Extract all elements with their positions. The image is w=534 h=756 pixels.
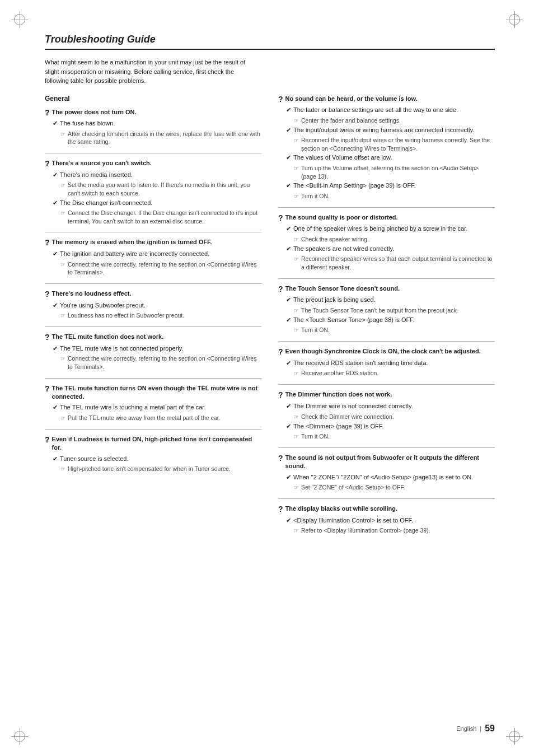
- cause-text: The values of Volume offset are low.: [293, 153, 392, 162]
- divider: [45, 326, 261, 327]
- problem-subwoofer-header: ? The sound is not output from Subwoofer…: [278, 454, 495, 471]
- checkmark-icon: ✔: [286, 245, 291, 253]
- remedy-arrow-icon: ☞: [60, 354, 65, 363]
- checkmark-icon: ✔: [53, 344, 58, 353]
- problem-tel-mute-title: The TEL mute function does not work.: [52, 333, 164, 341]
- remedy-arrow-icon: ☞: [294, 432, 299, 441]
- problem-dimmer: ? The Dimmer function does not work. ✔ T…: [278, 390, 495, 441]
- divider: [278, 207, 495, 208]
- page: Troubleshooting Guide What might seem to…: [0, 0, 534, 756]
- problem-subwoofer: ? The sound is not output from Subwoofer…: [278, 454, 495, 492]
- cause-text: The <Dimmer> (page 39) is OFF.: [293, 422, 383, 431]
- remedy-arrow-icon: ☞: [294, 116, 299, 125]
- q-mark: ?: [278, 284, 283, 294]
- checkmark-icon: ✔: [53, 199, 58, 207]
- problem-memory-title: The memory is erased when the ignition i…: [52, 238, 212, 246]
- footer-lang: English: [456, 725, 476, 732]
- checkmark-icon: ✔: [286, 473, 291, 482]
- remedy-item: ☞ Turn up the Volume offset, referring t…: [294, 164, 495, 180]
- cause-item: ✔ When "2 ZONE"/ "2ZON" of <Audio Setup>…: [286, 473, 495, 482]
- remedy-arrow-icon: ☞: [294, 526, 299, 535]
- cause-item: ✔ The values of Volume offset are low.: [286, 153, 495, 162]
- cause-item: ✔ The TEL mute wire is touching a metal …: [53, 403, 261, 412]
- problem-tel-mute-on-title: The TEL mute function turns ON even thou…: [52, 384, 261, 402]
- reg-mark-bl: [11, 728, 28, 745]
- q-mark: ?: [45, 108, 50, 118]
- divider: [45, 283, 261, 284]
- problem-sync-clock: ? Even though Synchronize Clock is ON, t…: [278, 347, 495, 377]
- remedy-item: ☞ Pull the TEL mute wire away from the m…: [60, 414, 261, 422]
- checkmark-icon: ✔: [286, 402, 291, 410]
- cause-text: The ignition and battery wire are incorr…: [60, 250, 209, 258]
- remedy-item: ☞ Check the speaker wiring.: [294, 235, 495, 244]
- q-mark: ?: [278, 213, 283, 223]
- problem-touch-sensor-title: The Touch Sensor Tone doesn't sound.: [285, 284, 400, 293]
- remedy-text: High-pitched tone isn't compensated for …: [68, 465, 231, 473]
- problem-display-blackout-title: The display blacks out while scrolling.: [285, 505, 398, 513]
- checkmark-icon: ✔: [286, 316, 291, 324]
- cause-item: ✔ The <Dimmer> (page 39) is OFF.: [286, 422, 495, 431]
- remedy-item: ☞ Reconnect the speaker wires so that ea…: [294, 255, 495, 271]
- remedy-text: Receive another RDS station.: [301, 369, 378, 377]
- cause-item: ✔ You're using Subwoofer preout.: [53, 301, 261, 310]
- cause-item: ✔ The fuse has blown.: [53, 119, 261, 128]
- remedy-arrow-icon: ☞: [294, 235, 299, 244]
- checkmark-icon: ✔: [286, 225, 291, 233]
- divider: [278, 341, 495, 342]
- cause-item: ✔ The input/output wires or wiring harne…: [286, 126, 495, 134]
- q-mark: ?: [45, 333, 50, 342]
- remedy-text: Pull the TEL mute wire away from the met…: [68, 414, 221, 422]
- problem-dimmer-header: ? The Dimmer function does not work.: [278, 390, 495, 400]
- remedy-item: ☞ Set the media you want to listen to. I…: [60, 181, 261, 197]
- checkmark-icon: ✔: [286, 153, 291, 162]
- remedy-text: Loudness has no effect in Subwoofer preo…: [68, 311, 184, 320]
- cause-text: There's no media inserted.: [60, 171, 133, 179]
- remedy-arrow-icon: ☞: [294, 192, 299, 200]
- problem-memory-header: ? The memory is erased when the ignition…: [45, 238, 261, 248]
- problem-loudness-header: ? There's no loudness effect.: [45, 290, 261, 299]
- remedy-arrow-icon: ☞: [294, 483, 299, 492]
- q-mark: ?: [278, 454, 283, 463]
- page-footer: English | 59: [456, 724, 495, 734]
- remedy-arrow-icon: ☞: [60, 414, 65, 422]
- checkmark-icon: ✔: [53, 119, 58, 128]
- remedy-item: ☞ Connect the wire correctly, referring …: [60, 354, 261, 371]
- intro-text: What might seem to be a malfunction in y…: [45, 58, 246, 86]
- remedy-item: ☞ After checking for short circuits in t…: [60, 130, 261, 146]
- q-mark: ?: [278, 347, 283, 357]
- remedy-text: Center the fader and balance settings.: [301, 116, 401, 125]
- q-mark: ?: [45, 384, 50, 394]
- remedy-arrow-icon: ☞: [294, 136, 299, 144]
- remedy-item: ☞ Receive another RDS station.: [294, 369, 495, 377]
- cause-text: The received RDS station isn't sending t…: [293, 359, 428, 367]
- reg-mark-br: [506, 728, 523, 745]
- checkmark-icon: ✔: [53, 301, 58, 310]
- checkmark-icon: ✔: [53, 455, 58, 463]
- remedy-arrow-icon: ☞: [294, 326, 299, 334]
- cause-text: When "2 ZONE"/ "2ZON" of <Audio Setup> (…: [293, 473, 473, 482]
- cause-text: The Dimmer wire is not connected correct…: [293, 402, 413, 410]
- problem-memory: ? The memory is erased when the ignition…: [45, 238, 261, 277]
- remedy-item: ☞ Connect the wire correctly, referring …: [60, 260, 261, 277]
- remedy-item: ☞ High-pitched tone isn't compensated fo…: [60, 465, 261, 473]
- problem-display-blackout-header: ? The display blacks out while scrolling…: [278, 505, 495, 514]
- remedy-text: Refer to <Display Illumination Control> …: [301, 526, 430, 535]
- remedy-arrow-icon: ☞: [294, 369, 299, 377]
- problem-no-sound: ? No sound can be heard, or the volume i…: [278, 95, 495, 200]
- q-mark: ?: [278, 95, 283, 104]
- cause-text: The speakers are not wired correctly.: [293, 245, 394, 253]
- remedy-text: Turn it ON.: [301, 192, 330, 200]
- problem-sync-clock-header: ? Even though Synchronize Clock is ON, t…: [278, 347, 495, 357]
- cause-item: ✔ The <Built-in Amp Setting> (page 39) i…: [286, 181, 495, 190]
- cause-text: The preout jack is being used.: [293, 296, 376, 304]
- cause-item: ✔ The speakers are not wired correctly.: [286, 245, 495, 253]
- remedy-item: ☞ Center the fader and balance settings.: [294, 116, 495, 125]
- remedy-text: The Touch Sensor Tone can't be output fr…: [301, 306, 458, 315]
- remedy-text: After checking for short circuits in the…: [68, 130, 261, 146]
- problem-tel-mute-header: ? The TEL mute function does not work.: [45, 333, 261, 342]
- checkmark-icon: ✔: [286, 359, 291, 367]
- problem-source-title: There's a source you can't switch.: [52, 159, 152, 167]
- checkmark-icon: ✔: [53, 403, 58, 412]
- remedy-arrow-icon: ☞: [60, 130, 65, 138]
- problem-loudness: ? There's no loudness effect. ✔ You're u…: [45, 290, 261, 320]
